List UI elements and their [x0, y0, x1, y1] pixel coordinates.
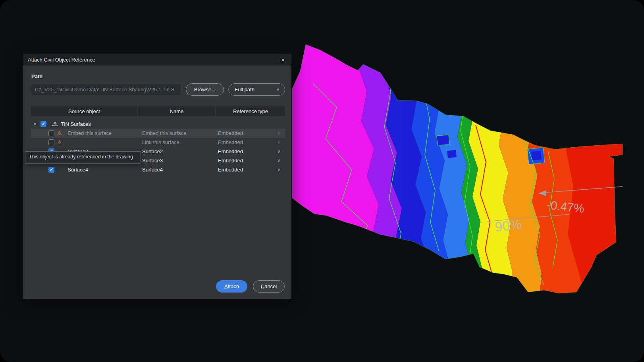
close-icon: × [282, 56, 285, 63]
chevron-down-icon: ∨ [276, 87, 280, 92]
tin-surface-color-bands [289, 36, 624, 301]
reference-type-dropdown[interactable]: Embedded ∨ [216, 130, 285, 136]
reference-type-dropdown[interactable]: Embedded ∨ [216, 158, 285, 164]
chevron-down-icon: ∨ [277, 168, 280, 172]
header-name: Name [138, 106, 215, 116]
table-row: ⚠ Link this surface. Embedded ∨ [31, 138, 285, 147]
table-row: ✓ Surface4 Surface4 Embedded ∨ [31, 165, 285, 174]
surface-name: Surface3 [138, 158, 216, 164]
source-object: Surface4 [67, 167, 88, 173]
tin-surfaces-group-row: ∨ ✓ TIN Surfaces [31, 119, 285, 129]
chevron-down-icon: ∨ [277, 131, 280, 135]
row-checkbox[interactable]: ✓ [48, 167, 54, 173]
table-row: ⚠ Embed this surface Embed this surface … [31, 129, 285, 138]
header-source-object: Source object [31, 106, 137, 116]
chevron-down-icon: ∨ [277, 149, 280, 154]
surface-name: Surface2 [138, 148, 216, 154]
reference-type-dropdown[interactable]: Embedded ∨ [216, 139, 285, 145]
tooltip: This object is already referenced in the… [25, 151, 141, 164]
surface-name: Surface4 [138, 167, 216, 173]
path-label: Path [31, 73, 285, 79]
surface-name: Embed this surface [138, 130, 216, 136]
warning-icon: ⚠ [57, 140, 62, 145]
warning-icon: ⚠ [57, 131, 62, 136]
reference-type-dropdown[interactable]: Embedded ∨ [216, 167, 285, 173]
attach-button[interactable]: Attach [216, 280, 247, 293]
cancel-button[interactable]: Cancel [253, 280, 285, 293]
reference-type-dropdown[interactable]: Embedded ∨ [216, 148, 285, 154]
header-reference-type: Reference type [216, 106, 285, 116]
dialog-title: Attach Civil Object Reference [28, 57, 95, 63]
surface-name: Link this surface. [138, 139, 216, 145]
row-checkbox[interactable] [48, 139, 54, 145]
application-window: -0.47% 90% Attach Civil Object Reference… [0, 0, 644, 362]
tin-surface-icon [52, 121, 58, 127]
reference-table: Source object Name Reference type ∨ ✓ [31, 106, 285, 174]
expand-chevron-icon[interactable]: ∨ [33, 121, 40, 127]
row-checkbox[interactable] [48, 130, 54, 136]
source-object: Embed this surface [67, 130, 112, 136]
chevron-down-icon: ∨ [277, 140, 280, 144]
path-type-select[interactable]: Full path ∨ [228, 83, 285, 96]
group-checkbox[interactable]: ✓ [40, 121, 46, 127]
drawing-viewport[interactable]: -0.47% 90% [289, 36, 624, 301]
dialog-titlebar: Attach Civil Object Reference × [23, 54, 291, 65]
chevron-down-icon: ∨ [277, 158, 280, 163]
group-label: TIN Surfaces [61, 121, 91, 127]
attach-civil-object-reference-dialog: Attach Civil Object Reference × Path Bro… [23, 54, 291, 299]
browse-button[interactable]: Browse... [186, 83, 224, 96]
path-type-value: Full path [235, 87, 255, 92]
close-button[interactable]: × [279, 55, 287, 64]
path-input[interactable] [31, 84, 181, 95]
